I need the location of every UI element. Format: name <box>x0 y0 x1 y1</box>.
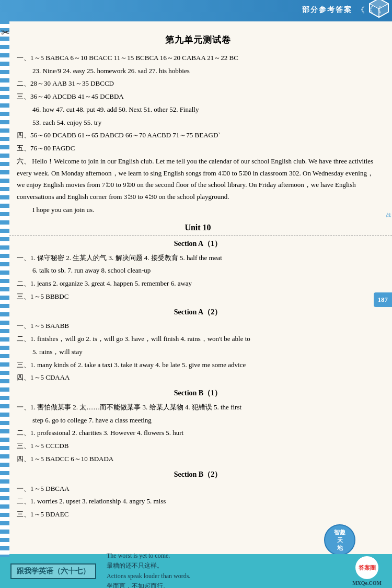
quote1-zh-text: 最糟的还不只这样。 <box>107 562 163 569</box>
sectionB2-line1: 一、1～5 DBCAA <box>17 483 379 495</box>
section-wu: 五、76～80 FAGDC <box>17 143 379 155</box>
sectionB1-title: Section B（1） <box>17 387 379 399</box>
sectionA2-line1: 一、1～5 BAABB <box>17 320 379 332</box>
section2-label: 二、 <box>17 79 30 87</box>
sectionB2-line2: 二、1. worries 2. upset 3. relationship 4.… <box>17 496 379 508</box>
unit10-title: Unit 10 <box>17 220 379 234</box>
vert-strip-right: 战 <box>384 209 392 210</box>
cube-icon <box>368 0 389 18</box>
section5-label: 五、 <box>17 144 30 152</box>
quote2-en-text: Actions speak louder than words. <box>107 572 190 580</box>
header-title: 部分参考答案 <box>302 5 352 15</box>
sectionA2-block: 一、1～5 BAABB 二、1. finishes，will go 2. is，… <box>17 320 379 384</box>
quote2-zh-text: 坐而言，不如起而行。 <box>107 582 169 588</box>
section1-line1: 一、1～5 BABCA 6～10 BCACC 11～15 BCBCA 16～20… <box>17 52 379 64</box>
logo-text: 答案圈 <box>359 564 376 572</box>
sectionB1-line4: 三、1～5 CCCDB <box>17 440 379 452</box>
quote1-en-text: The worst is yet to come. <box>107 552 170 559</box>
main-content: 第九单元测试卷 一、1～5 BABCA 6～10 BCACC 11～15 BCB… <box>11 23 384 526</box>
section-san: 三、36～40 ADCDB 41～45 DCBDA 46. how 47. cu… <box>17 91 379 128</box>
scissors-icon: ✂ <box>1 26 10 39</box>
logo-circle: 答案圈 <box>355 556 378 579</box>
footer: 跟我学英语（六十七） The worst is yet to come. 最糟的… <box>0 554 392 588</box>
sectionA1-line2: 6. talk to sb. 7. run away 8. school cle… <box>17 265 379 277</box>
section1-label: 一、 <box>17 54 30 62</box>
section3-line2: 46. how 47. cut 48. put 49. add 50. Next… <box>17 104 379 116</box>
sectionB2-block: 一、1～5 DBCAA 二、1. worries 2. upset 3. rel… <box>17 483 379 521</box>
section-er: 二、28～30 AAB 31～35 DBCCD <box>17 78 379 90</box>
sectionB1-line5: 四、1～5 BADCC 6～10 BDADA <box>17 453 379 465</box>
sectionA1-title: Section A（1） <box>17 238 379 250</box>
page-container: 部分参考答案 《《《 ✂ 187 战 响 第九单元测试卷 一、1～5 BABCA… <box>0 0 392 588</box>
sectionA1-block: 一、1. 保守秘密 2. 生某人的气 3. 解决问题 4. 接受教育 5. ha… <box>17 252 379 303</box>
sectionB1-line1: 一、1. 害怕做某事 2. 太……而不能做某事 3. 给某人某物 4. 犯错误 … <box>17 402 379 414</box>
sectionA2-title: Section A（2） <box>17 306 379 319</box>
section-yi: 一、1～5 BABCA 6～10 BCACC 11～15 BCBCA 16～20… <box>17 52 379 77</box>
sectionB1-line3: 二、1. professional 2. charities 3. Howeve… <box>17 427 379 439</box>
sectionA1-line3: 二、1. jeans 2. organize 3. great 4. happe… <box>17 278 379 290</box>
header: 部分参考答案 《《《 <box>0 0 392 20</box>
sectionA1-line4: 三、1～5 BBBDC <box>17 291 379 303</box>
section-liu: 六、 Hello！Welcome to join in our English … <box>17 156 379 216</box>
section3-line3: 53. each 54. enjoy 55. try <box>17 117 379 129</box>
sectionA2-line5: 四、1～5 CDAAA <box>17 372 379 384</box>
cut-line <box>9 235 392 236</box>
sectionA2-line2: 二、1. finishes，will go 2. is，will go 3. h… <box>17 333 379 345</box>
sectionB2-line3: 三、1～5 BDAEC <box>17 509 379 521</box>
footer-logo-area: 答案圈 MXQe.COM <box>352 556 382 586</box>
section2-line1: 二、28～30 AAB 31～35 DBCCD <box>17 78 379 90</box>
section6-label-line: 六、 Hello！Welcome to join in our English … <box>17 156 379 203</box>
quote1-en: The worst is yet to come. <box>107 551 352 561</box>
quote1-zh: 最糟的还不只这样。 <box>107 561 352 571</box>
footer-book-title: 跟我学英语（六十七） <box>10 563 96 579</box>
section-si: 四、56～60 DCADB 61～65 DABCD 66～70 AACBD 71… <box>17 130 379 142</box>
sectionB2-title: Section B（2） <box>17 468 379 481</box>
deco-line2: 天 <box>337 536 343 544</box>
section3-label: 三、 <box>17 92 30 100</box>
section4-line1: 四、56～60 DCADB 61～65 DABCD 66～70 AACBD 71… <box>17 130 379 142</box>
sectionA2-line3: 5. rains，will stay <box>17 346 379 358</box>
section6-essay1: Hello！Welcome to join in our English clu… <box>17 157 374 201</box>
sectionA1-line1: 一、1. 保守秘密 2. 生某人的气 3. 解决问题 4. 接受教育 5. ha… <box>17 252 379 264</box>
sectionA2-line4: 三、1. many kinds of 2. take a taxi 3. tak… <box>17 359 379 371</box>
sectionB1-line2: step 6. go to college 7. have a class me… <box>17 415 379 427</box>
section6-essay2: I hope you can join us. <box>17 204 379 216</box>
section1-line2: 23. Nine/9 24. easy 25. homework 26. sad… <box>17 65 379 77</box>
deco-line1: 智趣 <box>334 528 345 536</box>
main-title: 第九单元测试卷 <box>17 33 379 48</box>
logo-sub: MXQe.COM <box>352 580 382 586</box>
left-strip <box>0 20 9 557</box>
page-badge: 187 <box>374 292 393 307</box>
quote2-zh: 坐而言，不如起而行。 <box>107 581 352 588</box>
section4-label: 四、 <box>17 131 30 139</box>
section6-label: 六、 <box>17 157 30 165</box>
sectionB1-block: 一、1. 害怕做某事 2. 太……而不能做某事 3. 给某人某物 4. 犯错误 … <box>17 402 379 465</box>
blue-divider <box>0 20 392 21</box>
footer-quotes: The worst is yet to come. 最糟的还不只这样。 Acti… <box>96 551 352 588</box>
quote2-en: Actions speak louder than words. <box>107 571 352 581</box>
section5-line1: 五、76～80 FAGDC <box>17 143 379 155</box>
section3-line1: 三、36～40 ADCDB 41～45 DCBDA <box>17 91 379 103</box>
